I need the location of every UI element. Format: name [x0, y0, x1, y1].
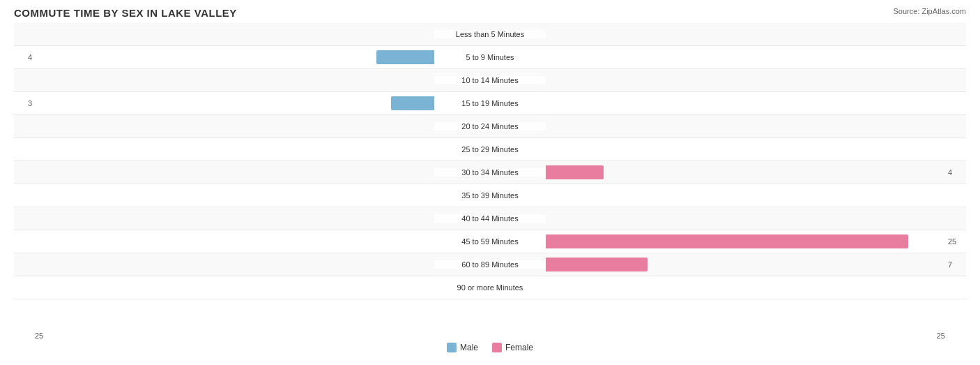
- chart-container: COMMUTE TIME BY SEX IN LAKE VALLEY Sourc…: [0, 0, 980, 365]
- female-bar-container: [546, 165, 945, 180]
- female-bar-container: [546, 188, 945, 203]
- bars-wrapper: 40 to 44 Minutes: [35, 207, 945, 230]
- female-bar: [546, 234, 908, 248]
- bars-wrapper: 20 to 24 Minutes: [35, 115, 945, 137]
- female-bar-container: [546, 234, 945, 249]
- bars-wrapper: 25 to 29 Minutes: [35, 138, 945, 161]
- row-label: Less than 5 Minutes: [434, 30, 546, 38]
- title-row: COMMUTE TIME BY SEX IN LAKE VALLEY Sourc…: [14, 7, 966, 19]
- bottom-labels: 25 25: [14, 332, 966, 340]
- male-bar-container: [35, 119, 434, 134]
- male-bar-container: [35, 142, 434, 157]
- female-bar-container: [546, 257, 945, 272]
- female-bar: [546, 258, 648, 271]
- male-bar-container: [35, 165, 434, 180]
- male-bar-container: [35, 234, 434, 249]
- male-value: 3: [14, 99, 35, 107]
- female-bar-container: [546, 50, 945, 65]
- female-bar: [546, 165, 604, 179]
- source-text: Source: ZipAtlas.com: [893, 7, 966, 15]
- bars-wrapper: Less than 5 Minutes: [35, 23, 945, 45]
- row-label: 35 to 39 Minutes: [434, 191, 546, 200]
- male-bar-container: [35, 257, 434, 272]
- table-row: 30 to 34 Minutes 4: [14, 161, 966, 184]
- legend-male: Male: [447, 343, 478, 352]
- table-row: 90 or more Minutes: [14, 276, 966, 299]
- table-row: 35 to 39 Minutes: [14, 184, 966, 207]
- bars-wrapper: 15 to 19 Minutes: [35, 92, 945, 114]
- table-row: 20 to 24 Minutes: [14, 115, 966, 138]
- legend-female: Female: [492, 343, 533, 352]
- female-value: 4: [945, 168, 966, 177]
- legend: Male Female: [14, 343, 966, 352]
- table-row: 25 to 29 Minutes: [14, 138, 966, 161]
- female-bar-container: [546, 73, 945, 88]
- bottom-left-label: 25: [35, 332, 43, 340]
- male-bar: [391, 96, 434, 110]
- female-bar-container: [546, 27, 945, 42]
- male-bar-container: [35, 27, 434, 42]
- table-row: 40 to 44 Minutes: [14, 207, 966, 230]
- table-row: 10 to 14 Minutes: [14, 69, 966, 92]
- row-label: 30 to 34 Minutes: [434, 168, 546, 177]
- female-legend-box: [492, 343, 502, 352]
- female-bar-container: [546, 211, 945, 226]
- male-legend-label: Male: [460, 343, 478, 352]
- male-bar: [376, 50, 434, 64]
- male-legend-box: [447, 343, 457, 352]
- row-label: 60 to 89 Minutes: [434, 260, 546, 269]
- row-label: 5 to 9 Minutes: [434, 53, 546, 61]
- row-label: 20 to 24 Minutes: [434, 122, 546, 131]
- row-label: 90 or more Minutes: [434, 283, 546, 292]
- male-bar-container: [35, 50, 434, 65]
- female-bar-container: [546, 96, 945, 111]
- female-value: 25: [945, 237, 966, 246]
- bars-wrapper: 90 or more Minutes: [35, 276, 945, 299]
- row-label: 15 to 19 Minutes: [434, 99, 546, 107]
- male-bar-container: [35, 96, 434, 111]
- row-label: 10 to 14 Minutes: [434, 76, 546, 84]
- row-label: 45 to 59 Minutes: [434, 237, 546, 246]
- bars-wrapper: 10 to 14 Minutes: [35, 69, 945, 91]
- female-legend-label: Female: [505, 343, 533, 352]
- table-row: 60 to 89 Minutes 7: [14, 253, 966, 276]
- bars-wrapper: 35 to 39 Minutes: [35, 184, 945, 207]
- table-row: 45 to 59 Minutes 25: [14, 230, 966, 253]
- chart-area: Less than 5 Minutes 4 5 to 9 Minutes: [14, 23, 966, 330]
- female-bar-container: [546, 119, 945, 134]
- bars-wrapper: 45 to 59 Minutes: [35, 230, 945, 253]
- male-bar-container: [35, 211, 434, 226]
- table-row: 3 15 to 19 Minutes: [14, 92, 966, 115]
- table-row: 4 5 to 9 Minutes: [14, 46, 966, 69]
- row-label: 25 to 29 Minutes: [434, 145, 546, 154]
- male-bar-container: [35, 73, 434, 88]
- bars-wrapper: 30 to 34 Minutes: [35, 161, 945, 184]
- female-bar-container: [546, 142, 945, 157]
- chart-title: COMMUTE TIME BY SEX IN LAKE VALLEY: [14, 7, 237, 19]
- male-value: 4: [14, 53, 35, 61]
- male-bar-container: [35, 188, 434, 203]
- row-label: 40 to 44 Minutes: [434, 214, 546, 223]
- bars-wrapper: 60 to 89 Minutes: [35, 253, 945, 276]
- bottom-right-label: 25: [937, 332, 945, 340]
- female-bar-container: [546, 280, 945, 295]
- bars-wrapper: 5 to 9 Minutes: [35, 46, 945, 68]
- male-bar-container: [35, 280, 434, 295]
- table-row: Less than 5 Minutes: [14, 23, 966, 46]
- female-value: 7: [945, 260, 966, 269]
